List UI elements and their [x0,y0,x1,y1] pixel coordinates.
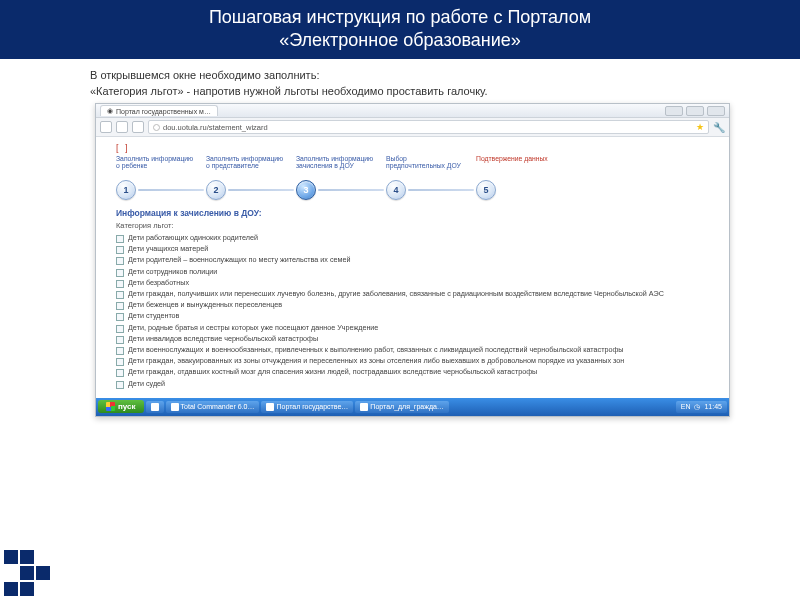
intro-text-2: «Категория льгот» - напротив нужной льго… [90,85,710,97]
checkbox[interactable] [116,369,124,377]
app-icon [266,403,274,411]
title-line1: Пошаговая инструкция по работе с Портало… [60,6,740,29]
slide-content: В открывшемся окне необходимо заполнить:… [0,59,800,97]
back-button[interactable] [100,121,112,133]
window-close-button[interactable] [707,106,725,116]
checkbox[interactable] [116,280,124,288]
checkbox[interactable] [116,381,124,389]
url-input[interactable]: dou.uotula.ru/statement_wizard ★ [148,120,709,134]
checkbox[interactable] [116,313,124,321]
step-label-5: Подтвержение данных [476,155,548,177]
benefit-label: Дети граждан, отдавших костный мозг для … [128,368,537,377]
benefit-label: Дети инвалидов вследствие чернобыльской … [128,335,318,344]
window-titlebar: ◉ Портал государственных м… [96,104,729,118]
taskbar-app-label: Total Commander 6.0… [181,403,255,410]
taskbar-app-label: Портал государстве… [276,403,348,410]
app-icon [171,403,179,411]
windows-taskbar: пуск Total Commander 6.0…Портал государс… [96,398,729,416]
benefit-label: Дети граждан, получивших или перенесших … [128,290,664,299]
wizard-step-2[interactable]: 2 [206,180,226,200]
wizard-step-3[interactable]: 3 [296,180,316,200]
checkbox[interactable] [116,246,124,254]
benefit-label: Дети учащихся матерей [128,245,208,254]
benefit-label: Дети сотрудников полиции [128,268,217,277]
taskbar-app[interactable]: Портал государстве… [261,401,353,413]
benefit-label: Дети безработных [128,279,189,288]
step-label-1: Заполнить информацию о ребенке [116,155,194,177]
checkbox[interactable] [116,347,124,355]
benefit-item: Дети инвалидов вследствие чернобыльской … [116,334,715,345]
benefit-label: Дети работающих одиноких родителей [128,234,258,243]
title-line2: «Электронное образование» [60,29,740,52]
checkbox[interactable] [116,336,124,344]
tray-language: EN [681,403,691,410]
brackets-accent: [ ] [116,143,715,153]
tray-net-icon: ◷ [694,403,700,411]
checkbox[interactable] [116,291,124,299]
benefit-item: Дети граждан, получивших или перенесших … [116,289,715,300]
app-icon [151,403,159,411]
benefit-item: Дети, родные братья и сестры которых уже… [116,323,715,334]
wizard-step-5[interactable]: 5 [476,180,496,200]
benefit-label: Дети студентов [128,312,179,321]
form-section-title: Информация к зачислению в ДОУ: [116,208,715,218]
benefit-label: Дети граждан, эвакуированных из зоны отч… [128,357,624,366]
step-connector [408,189,474,191]
benefit-item: Дети беженцев и вынужденных переселенцев [116,300,715,311]
benefit-label: Дети беженцев и вынужденных переселенцев [128,301,282,310]
benefit-item: Дети судей [116,378,715,389]
window-maximize-button[interactable] [686,106,704,116]
benefit-label: Дети судей [128,380,165,389]
checkbox[interactable] [116,257,124,265]
wizard-steps: Заполнить информацию о ребенке1Заполнить… [116,155,715,200]
step-label-2: Заполнить информацию о представителе [206,155,284,177]
checkbox[interactable] [116,235,124,243]
globe-icon: ◉ [107,107,113,115]
system-tray[interactable]: EN ◷ 11:45 [676,401,727,413]
tray-clock: 11:45 [704,403,722,410]
url-text: dou.uotula.ru/statement_wizard [163,123,268,132]
benefit-label: Дети, родные братья и сестры которых уже… [128,324,378,333]
form-subtitle: Категория льгот: [116,221,715,230]
benefit-category-list: Дети работающих одиноких родителейДети у… [116,233,715,390]
benefit-item: Дети военнослужащих и военнообязанных, п… [116,345,715,356]
reload-button[interactable] [132,121,144,133]
site-icon [153,124,160,131]
browser-tab[interactable]: ◉ Портал государственных м… [100,105,218,116]
benefit-item: Дети граждан, отдавших костный мозг для … [116,367,715,378]
window-minimize-button[interactable] [665,106,683,116]
windows-flag-icon [106,402,115,411]
benefit-item: Дети студентов [116,311,715,322]
step-connector [318,189,384,191]
bookmark-icon[interactable]: ★ [696,122,704,132]
wizard-step-4[interactable]: 4 [386,180,406,200]
app-icon [360,403,368,411]
slide: Пошаговая инструкция по работе с Портало… [0,0,800,600]
start-label: пуск [118,402,136,411]
step-label-4: Выбор предпочтительных ДОУ [386,155,464,177]
checkbox[interactable] [116,269,124,277]
settings-icon[interactable]: 🔧 [713,122,725,133]
checkbox[interactable] [116,358,124,366]
address-bar: dou.uotula.ru/statement_wizard ★ 🔧 [96,118,729,137]
step-label-3: Заполнить информацию зачисления в ДОУ [296,155,374,177]
benefit-label: Дети родителей – военнослужащих по месту… [128,256,350,265]
quicklaunch[interactable] [146,401,164,413]
slide-header: Пошаговая инструкция по работе с Портало… [0,0,800,59]
page-body: [ ] Заполнить информацию о ребенке1Запол… [96,137,729,398]
wizard-step-1[interactable]: 1 [116,180,136,200]
taskbar-app[interactable]: Total Commander 6.0… [166,401,260,413]
checkbox[interactable] [116,325,124,333]
benefit-item: Дети родителей – военнослужащих по месту… [116,255,715,266]
checkbox[interactable] [116,302,124,310]
benefit-item: Дети сотрудников полиции [116,267,715,278]
benefit-label: Дети военнослужащих и военнообязанных, п… [128,346,624,355]
benefit-item: Дети работающих одиноких родителей [116,233,715,244]
benefit-item: Дети граждан, эвакуированных из зоны отч… [116,356,715,367]
start-button[interactable]: пуск [98,400,144,413]
forward-button[interactable] [116,121,128,133]
browser-window: ◉ Портал государственных м… dou.uotula.r… [95,103,730,417]
taskbar-app[interactable]: Портал_для_гражда… [355,401,449,413]
intro-text-1: В открывшемся окне необходимо заполнить: [90,69,710,81]
decor-bottom-left [4,550,64,596]
